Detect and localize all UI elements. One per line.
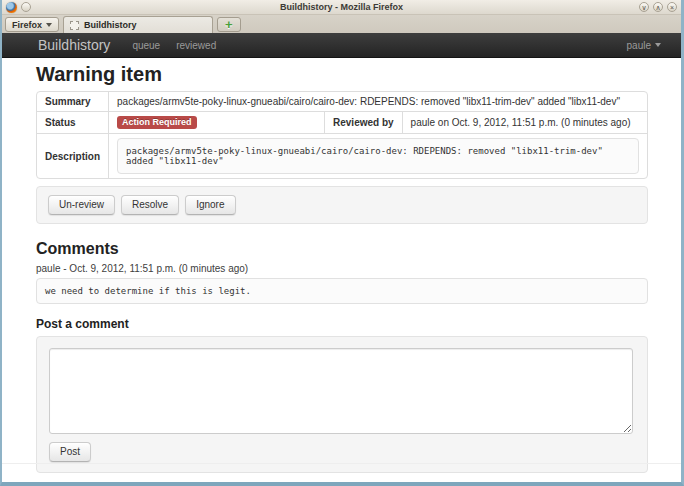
- footer-divider: [2, 463, 681, 464]
- comments-heading: Comments: [36, 240, 648, 258]
- plus-icon: +: [225, 18, 233, 31]
- firefox-menu-label: Firefox: [12, 20, 42, 30]
- review-actions: Un-review Resolve Ignore: [36, 186, 648, 224]
- chevron-down-icon: [655, 43, 661, 47]
- table-row-description: Description packages/armv5te-poky-linux-…: [37, 133, 647, 178]
- user-menu[interactable]: paule: [627, 40, 661, 51]
- nav-link-reviewed[interactable]: reviewed: [176, 40, 216, 51]
- resolve-button[interactable]: Resolve: [121, 195, 179, 215]
- page-title: Warning item: [36, 62, 648, 86]
- app-navbar: Buildhistory queue reviewed paule: [2, 33, 681, 58]
- chevron-down-icon: [46, 23, 52, 27]
- unreview-button[interactable]: Un-review: [48, 195, 115, 215]
- comment-body: we need to determine if this is legit.: [36, 278, 648, 304]
- warning-details-table: Summary packages/armv5te-poky-linux-gnue…: [36, 91, 648, 179]
- table-row-summary: Summary packages/armv5te-poky-linux-gnue…: [37, 92, 647, 111]
- reviewed-by-label: Reviewed by: [324, 111, 402, 133]
- maximize-button[interactable]: ∧: [653, 2, 663, 12]
- new-tab-button[interactable]: +: [217, 17, 241, 32]
- tab-label: Buildhistory: [84, 20, 137, 30]
- window-title: Buildhistory - Mozilla Firefox: [2, 2, 681, 12]
- firefox-menu-button[interactable]: Firefox: [5, 17, 59, 32]
- description-code: packages/armv5te-poky-linux-gnueabi/cair…: [117, 138, 639, 174]
- browser-window: Buildhistory - Mozilla Firefox ∨ ∧ × Fir…: [0, 0, 684, 486]
- post-button[interactable]: Post: [49, 442, 91, 462]
- minimize-button[interactable]: ∨: [639, 2, 649, 12]
- titlebar-menu-button[interactable]: [21, 2, 31, 12]
- post-comment-form: Post: [36, 336, 648, 473]
- tab-favicon: [70, 21, 79, 30]
- summary-label: Summary: [37, 92, 108, 111]
- page-content: Warning item Summary packages/armv5te-po…: [2, 58, 681, 482]
- close-button[interactable]: ×: [667, 2, 677, 12]
- status-label: Status: [37, 111, 108, 133]
- navbar-brand[interactable]: Buildhistory: [38, 37, 110, 53]
- summary-value: packages/armv5te-poky-linux-gnueabi/cair…: [108, 92, 647, 111]
- comment-textarea[interactable]: [49, 348, 633, 434]
- status-badge: Action Required: [117, 116, 197, 129]
- tab-buildhistory[interactable]: Buildhistory: [63, 16, 213, 33]
- firefox-logo-icon: [6, 2, 17, 13]
- comment-item: paule - Oct. 9, 2012, 11:51 p.m. (0 minu…: [36, 263, 648, 304]
- comment-meta: paule - Oct. 9, 2012, 11:51 p.m. (0 minu…: [36, 263, 648, 274]
- tab-strip: Firefox Buildhistory +: [2, 15, 681, 33]
- titlebar[interactable]: Buildhistory - Mozilla Firefox ∨ ∧ ×: [2, 0, 681, 15]
- user-name: paule: [627, 40, 651, 51]
- reviewed-by-value: paule on Oct. 9, 2012, 11:51 p.m. (0 min…: [402, 111, 647, 133]
- description-label: Description: [37, 133, 108, 178]
- post-comment-heading: Post a comment: [36, 317, 648, 331]
- nav-link-queue[interactable]: queue: [132, 40, 160, 51]
- ignore-button[interactable]: Ignore: [185, 195, 235, 215]
- table-row-status: Status Action Required Reviewed by paule…: [37, 111, 647, 133]
